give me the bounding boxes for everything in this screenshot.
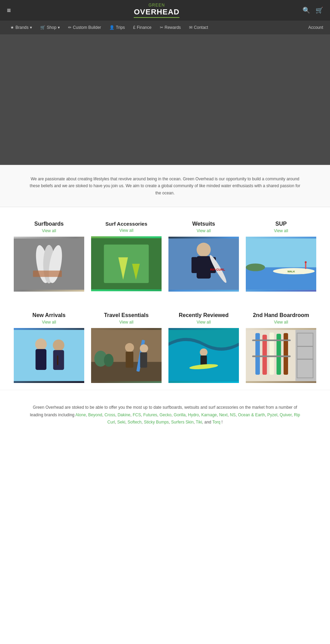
brand-link-tiki[interactable]: Tiki — [196, 420, 202, 425]
brand-link-next[interactable]: Next — [219, 413, 228, 417]
nav-item-rewards[interactable]: ✂ Rewards — [156, 24, 184, 31]
svg-rect-12 — [191, 257, 197, 273]
brand-link-gecko[interactable]: Gecko — [160, 413, 172, 417]
intro-text: We are passionate about creating lifesty… — [28, 176, 302, 196]
svg-point-39 — [200, 349, 207, 356]
svg-point-26 — [53, 340, 65, 351]
category-sup: SUP View all WALK — [246, 221, 316, 292]
viewall-sup[interactable]: View all — [246, 228, 316, 233]
category-title-recently-reviewed: Recently Reviewed — [168, 312, 239, 318]
viewall-surf-accessories[interactable]: View all — [91, 228, 162, 233]
viewall-travel-essentials[interactable]: View all — [91, 320, 162, 325]
svg-rect-25 — [35, 349, 46, 370]
bottom-paragraph: Green Overhead are stoked to be able to … — [28, 404, 302, 426]
header-icons: 🔍 🛒 — [302, 7, 323, 14]
brand-link-seki[interactable]: Seki — [117, 420, 125, 425]
surf-acc-svg — [91, 236, 162, 291]
viewall-surfboards[interactable]: View all — [14, 228, 84, 233]
scissors-icon: ✂ — [160, 25, 163, 30]
svg-rect-28 — [57, 355, 58, 365]
brand-link-pyzel[interactable]: Pyzel — [267, 413, 277, 417]
nav-item-custom-builder[interactable]: ✏ Custom Builder — [65, 24, 104, 31]
category-image-recently-reviewed[interactable] — [168, 328, 239, 383]
travel-svg — [91, 328, 162, 383]
svg-point-10 — [197, 243, 211, 257]
brand-link-quiver[interactable]: Quiver — [280, 413, 292, 417]
viewall-new-arrivals[interactable]: View all — [14, 320, 84, 325]
svg-rect-21 — [305, 263, 306, 269]
nav: ★ Brands ▾ 🛒 Shop ▾ ✏ Custom Builder 👤 T… — [0, 21, 330, 34]
viewall-recently-reviewed[interactable]: View all — [168, 320, 239, 325]
category-surf-accessories: Surf Accessories View all — [91, 221, 162, 292]
brand-link-beyond[interactable]: Beyond — [88, 413, 102, 417]
svg-rect-49 — [252, 340, 291, 341]
svg-point-24 — [35, 339, 47, 350]
svg-rect-34 — [126, 352, 133, 368]
brand-link-cross[interactable]: Cross — [104, 413, 115, 417]
category-grid-1: Surfboards View all Surf Accessories Vie… — [14, 221, 316, 292]
second-hand-svg — [246, 328, 316, 383]
new-arrivals-svg — [14, 328, 84, 383]
category-image-travel-essentials[interactable] — [91, 328, 162, 383]
brand-link-futures[interactable]: Futures — [143, 413, 157, 417]
nav-label-brands: Brands — [15, 25, 29, 30]
shop-icon: 🛒 — [40, 25, 45, 30]
sup-svg: WALK — [246, 237, 316, 292]
svg-point-20 — [246, 263, 265, 271]
svg-rect-53 — [297, 346, 313, 347]
reviewed-svg — [168, 328, 239, 383]
nav-label-finance: Finance — [137, 25, 152, 30]
brand-link-gorilla[interactable]: Gorilla — [174, 413, 186, 417]
category-image-second-hand[interactable] — [246, 328, 316, 383]
search-icon[interactable]: 🔍 — [302, 7, 310, 14]
category-image-wetsuits[interactable]: RIP CURL — [168, 237, 239, 292]
star-icon: ★ — [10, 25, 14, 30]
nav-item-brands[interactable]: ★ Brands ▾ — [7, 24, 35, 31]
brand-link-surfers-skin[interactable]: Surfers Skin — [171, 420, 194, 425]
brand-link-torq[interactable]: Torq — [212, 420, 220, 425]
bottom-text-after: ! — [221, 420, 222, 425]
viewall-wetsuits[interactable]: View all — [168, 228, 239, 233]
person-icon: 👤 — [109, 25, 114, 30]
brand-link-alone[interactable]: Alone — [75, 413, 86, 417]
brand-link-fcs[interactable]: FCS — [133, 413, 141, 417]
nav-label-contact: Contact — [194, 25, 208, 30]
nav-item-contact[interactable]: ✉ Contact — [186, 24, 211, 31]
brand-link-karnage[interactable]: Karnage — [201, 413, 217, 417]
brand-link-dakine[interactable]: Dakine — [118, 413, 130, 417]
svg-rect-50 — [252, 355, 291, 357]
nav-item-finance[interactable]: £ Finance — [130, 24, 155, 31]
svg-rect-46 — [270, 332, 274, 375]
svg-point-32 — [104, 354, 113, 367]
brand-links: Alone, Beyond, Cross, Dakine, FCS, Futur… — [75, 413, 300, 425]
category-image-sup[interactable]: WALK — [246, 237, 316, 292]
category-title-new-arrivals: New Arrivals — [14, 312, 84, 318]
svg-rect-23 — [14, 330, 84, 381]
brand-link-softech[interactable]: Softech — [128, 420, 142, 425]
nav-account[interactable]: Account — [308, 25, 323, 30]
viewall-second-hand[interactable]: View all — [246, 320, 316, 325]
surfboards-svg — [14, 237, 84, 292]
svg-point-22 — [305, 261, 307, 263]
category-title-wetsuits: Wetsuits — [168, 221, 239, 227]
svg-rect-54 — [297, 359, 313, 360]
nav-item-shop[interactable]: 🛒 Shop ▾ — [37, 24, 63, 31]
category-image-new-arrivals[interactable] — [14, 328, 84, 383]
hamburger-icon[interactable]: ≡ — [7, 7, 11, 14]
category-image-surfboards[interactable] — [14, 237, 84, 292]
svg-rect-4 — [33, 271, 62, 277]
svg-rect-44 — [255, 333, 260, 375]
brand-link-sticky-bumps[interactable]: Sticky Bumps — [144, 420, 169, 425]
nav-label-shop: Shop — [47, 25, 56, 30]
intro-section: We are passionate about creating lifesty… — [0, 165, 330, 207]
category-title-second-hand: 2nd Hand Boardroom — [246, 312, 316, 318]
nav-label-custom-builder: Custom Builder — [73, 25, 101, 30]
brand-link-ocean---earth[interactable]: Ocean & Earth — [238, 413, 265, 417]
category-image-surf-accessories[interactable] — [91, 236, 162, 291]
brand-link-ns[interactable]: NS — [230, 413, 236, 417]
brand-link-hydro[interactable]: Hydro — [188, 413, 199, 417]
pencil-icon: ✏ — [68, 25, 72, 30]
nav-item-trips[interactable]: 👤 Trips — [106, 24, 128, 31]
cart-icon[interactable]: 🛒 — [316, 7, 323, 14]
nav-label-rewards: Rewards — [165, 25, 181, 30]
